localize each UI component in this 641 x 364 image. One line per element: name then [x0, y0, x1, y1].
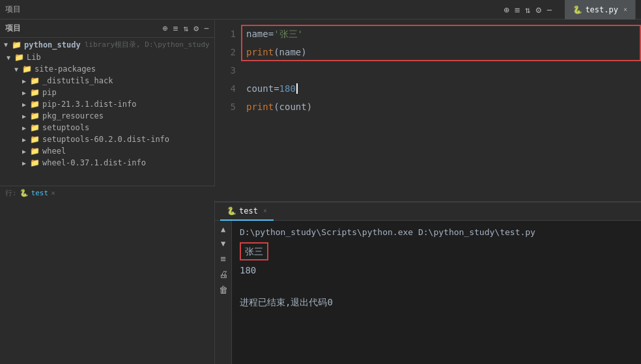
- bottom-tab-label: test: [239, 206, 258, 216]
- terminal-icon-down[interactable]: ▼: [221, 239, 225, 248]
- lib-label: Lib: [27, 53, 41, 62]
- line-num-1: 1: [215, 25, 236, 43]
- wheel-label: wheel: [42, 147, 66, 156]
- tree-item[interactable]: ▼ 📁 site-packages: [0, 63, 214, 75]
- toolbar-icons: ⊕ ≡ ⇅ ⚙ −: [504, 5, 552, 15]
- run-tab-close[interactable]: ×: [51, 189, 55, 197]
- code-token: count=: [246, 79, 279, 98]
- code-token: print: [246, 43, 274, 61]
- code-line-2: print(name): [246, 43, 641, 61]
- sidebar-title: 项目: [5, 23, 21, 34]
- editor-area: 1 2 3 4 5 name='张三' print(name) count=18…: [215, 20, 641, 364]
- code-token: (count): [274, 98, 312, 116]
- tree-arrow-wheel-dist: ▶: [22, 160, 30, 167]
- tree-item[interactable]: ▶ 📁 wheel: [0, 145, 214, 157]
- sidebar: 项目 ⊕ ≡ ⇅ ⚙ − ▼ 📁 python_study library根目录…: [0, 20, 215, 364]
- tree-arrow-wheel: ▶: [22, 148, 30, 155]
- pip-folder-icon: 📁: [30, 88, 40, 97]
- tab-bar: 🐍 test.py ×: [565, 0, 636, 20]
- code-line-3: [246, 61, 641, 79]
- line-num-4: 4: [215, 79, 236, 98]
- project-arrow: ▼: [4, 41, 12, 48]
- output-line-zhangsan: 张三: [240, 242, 633, 260]
- tree-arrow-pkg: ▶: [22, 113, 30, 120]
- run-label: 行:: [5, 188, 17, 198]
- toolbar-icon-add[interactable]: ⊕: [504, 5, 509, 15]
- code-token: print: [246, 98, 274, 116]
- wheel-dist-label: wheel-0.37.1.dist-info: [42, 158, 146, 167]
- tree-item[interactable]: ▶ 📁 pip-21.3.1.dist-info: [0, 98, 214, 110]
- terminal-content: D:\python_study\Scripts\python.exe D:\py…: [232, 221, 641, 364]
- tree-item[interactable]: ▶ 📁 setuptools: [0, 122, 214, 133]
- toolbar-icon-minimize[interactable]: −: [547, 5, 552, 15]
- terminal-output: ▲ ▼ ≡ 🖨 🗑 D:\python_study\Scripts\python…: [215, 221, 641, 364]
- code-token: (name): [274, 43, 307, 61]
- sidebar-header: 项目 ⊕ ≡ ⇅ ⚙ −: [0, 20, 214, 38]
- output-line-180: 180: [240, 263, 633, 277]
- cursor: [296, 83, 298, 94]
- run-tab[interactable]: 🐍 test ×: [20, 189, 55, 197]
- pip-label: pip: [42, 88, 57, 97]
- setuptools-dist-label: setuptools-60.2.0.dist-info: [42, 135, 169, 144]
- bottom-tab-close[interactable]: ×: [263, 207, 267, 214]
- output-line-empty: [240, 279, 633, 294]
- setuptools-folder-icon: 📁: [30, 123, 40, 132]
- tree-item[interactable]: ▶ 📁 pip: [0, 87, 214, 98]
- distutils-folder-icon: 📁: [30, 76, 40, 85]
- site-packages-folder-icon: 📁: [22, 64, 32, 74]
- line-numbers: 1 2 3 4 5: [215, 20, 241, 201]
- toolbar-icon-list[interactable]: ≡: [515, 5, 520, 15]
- run-tab-label: test: [31, 189, 49, 197]
- output-line-exit: 进程已结束,退出代码0: [240, 295, 633, 309]
- tab-file-icon: 🐍: [573, 5, 582, 14]
- code-token: name=: [246, 25, 274, 43]
- tab-test-py[interactable]: 🐍 test.py ×: [565, 0, 636, 20]
- site-packages-label: site-packages: [35, 64, 96, 74]
- line-num-2: 2: [215, 43, 236, 61]
- sidebar-icon-minus[interactable]: −: [204, 23, 209, 33]
- tree-arrow-lib: ▼: [7, 54, 14, 61]
- line-num-3: 3: [215, 61, 236, 79]
- tree-item[interactable]: ▶ 📁 wheel-0.37.1.dist-info: [0, 157, 214, 169]
- project-name: python_study: [24, 40, 81, 49]
- pkg-folder-icon: 📁: [30, 111, 40, 120]
- bottom-panel: 🐍 test × ▲ ▼ ≡ 🖨 🗑 D:\python_study\Scrip…: [215, 201, 641, 364]
- code-line-4: count=180: [246, 79, 641, 98]
- project-root-row[interactable]: ▼ 📁 python_study library根目录, D:\python_s…: [0, 38, 214, 51]
- sidebar-status-bar: 行: 🐍 test ×: [0, 186, 215, 200]
- code-token: '张三': [274, 25, 303, 43]
- terminal-icon-up[interactable]: ▲: [221, 225, 225, 234]
- code-content[interactable]: name='张三' print(name) count=180 print(co…: [241, 20, 641, 201]
- editor-pane[interactable]: 1 2 3 4 5 name='张三' print(name) count=18…: [215, 20, 641, 201]
- setuptools-label: setuptools: [42, 123, 89, 132]
- sidebar-icon-split[interactable]: ⇅: [184, 23, 189, 33]
- distutils-hack-label: _distutils_hack: [42, 76, 113, 85]
- terminal-command: D:\python_study\Scripts\python.exe D:\py…: [240, 226, 633, 240]
- line-num-5: 5: [215, 98, 236, 116]
- tree-arrow-site: ▼: [14, 66, 22, 73]
- sidebar-icon-list[interactable]: ≡: [173, 23, 178, 33]
- pip-dist-label: pip-21.3.1.dist-info: [42, 100, 137, 109]
- lib-folder-icon: 📁: [14, 53, 24, 62]
- terminal-icon-lines[interactable]: ≡: [220, 253, 225, 264]
- terminal-icon-trash[interactable]: 🗑: [219, 285, 228, 295]
- code-line-5: print(count): [246, 98, 641, 116]
- code-line-1: name='张三': [246, 25, 641, 43]
- terminal-icon-print[interactable]: 🖨: [219, 269, 228, 279]
- bottom-tab-test[interactable]: 🐍 test ×: [220, 203, 274, 221]
- toolbar-icon-split[interactable]: ⇅: [525, 5, 530, 15]
- project-folder-icon: 📁: [12, 40, 21, 49]
- tree-item[interactable]: ▶ 📁 setuptools-60.2.0.dist-info: [0, 133, 214, 145]
- tree-item[interactable]: ▶ 📁 pkg_resources: [0, 110, 214, 122]
- code-token: 180: [279, 79, 296, 98]
- tab-label: test.py: [585, 5, 618, 14]
- project-path: library根目录, D:\python_study: [85, 40, 210, 49]
- toolbar-icon-gear[interactable]: ⚙: [536, 5, 541, 15]
- tab-close-icon[interactable]: ×: [623, 6, 627, 13]
- tree-item[interactable]: ▶ 📁 _distutils_hack: [0, 75, 214, 87]
- sidebar-icon-add[interactable]: ⊕: [163, 23, 168, 33]
- toolbar-project-label[interactable]: 项目: [5, 4, 21, 15]
- sidebar-icon-gear[interactable]: ⚙: [193, 23, 199, 33]
- wheel-dist-folder-icon: 📁: [30, 158, 40, 167]
- tree-item[interactable]: ▼ 📁 Lib: [0, 51, 214, 63]
